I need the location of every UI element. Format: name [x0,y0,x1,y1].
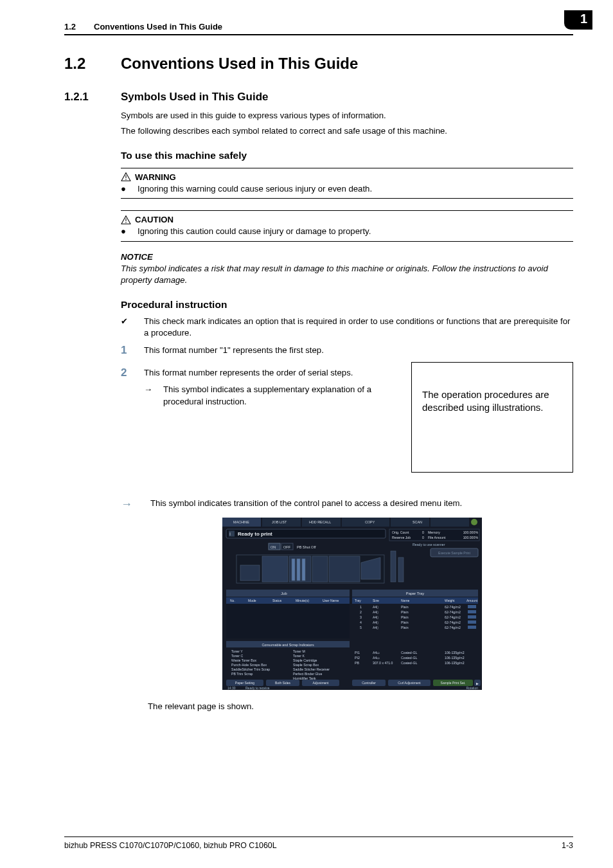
svg-text:COPY: COPY [365,520,375,524]
svg-text:No.: No. [230,599,235,602]
step-2-row: 2 This format number represents the orde… [121,367,397,379]
svg-text:A4▯: A4▯ [373,620,378,624]
svg-text:Staple Cartridge: Staple Cartridge [293,658,317,662]
procedural-heading: Procedural instruction [121,299,573,311]
svg-rect-43 [240,565,260,581]
svg-text:PB Shut Off: PB Shut Off [297,545,316,548]
svg-rect-49 [226,590,350,597]
svg-point-3 [125,222,127,223]
step-number-2: 2 [121,367,131,379]
svg-text:SaddleStitcher Trim Scrap: SaddleStitcher Trim Scrap [231,667,270,671]
footer-page-number: 1-3 [562,841,573,850]
svg-text:Toner Y: Toner Y [231,649,243,653]
svg-rect-41 [312,556,328,582]
svg-text:62-74g/m2: 62-74g/m2 [445,610,461,614]
svg-text:PI2: PI2 [355,656,360,660]
svg-text:Plain: Plain [401,620,409,624]
svg-text:Plain: Plain [401,605,409,609]
svg-text:14:30: 14:30 [227,686,236,690]
svg-text:HDD RECALL: HDD RECALL [309,520,331,524]
svg-text:JOB LIST: JOB LIST [272,520,287,524]
svg-text:106-135g/m2: 106-135g/m2 [445,656,465,660]
page-footer: bizhub PRESS C1070/C1070P/C1060, bizhub … [64,836,573,850]
warning-label: WARNING [121,172,573,182]
relevant-page-text: The relevant page is shown. [148,701,573,711]
header-number: 1.2 [64,22,94,32]
svg-rect-60 [352,597,478,604]
safely-heading: To use this machine safely [121,150,573,161]
svg-rect-47 [297,559,300,581]
svg-text:Adjustment: Adjustment [312,681,329,685]
svg-text:Status: Status [272,599,282,602]
divider [121,198,573,199]
caution-text: Ignoring this caution could cause injury… [138,226,371,237]
svg-text:Ready to receive: Ready to receive [245,686,270,690]
svg-text:Name: Name [401,599,410,602]
svg-rect-85 [468,620,476,624]
svg-text:Toner M: Toner M [293,649,305,653]
svg-text:Saddle Stitcher Receiver: Saddle Stitcher Receiver [293,667,330,671]
warning-triangle-icon [121,172,131,181]
svg-text:62-74g/m2: 62-74g/m2 [445,605,461,609]
svg-text:Toner K: Toner K [293,654,305,658]
svg-text:Reserve Job: Reserve Job [392,536,411,539]
svg-text:A4▯: A4▯ [373,626,378,629]
svg-text:Sample Print Set.: Sample Print Set. [441,681,466,685]
svg-text:100.000%: 100.000% [463,536,479,539]
svg-rect-46 [292,559,295,581]
svg-text:Plain: Plain [401,610,409,614]
svg-text:PI1: PI1 [355,651,360,655]
svg-rect-39 [262,556,288,582]
svg-text:Coated-GL: Coated-GL [401,656,417,660]
warning-bullet: ● Ignoring this warning could cause seri… [121,183,573,195]
chapter-tab: 1 [564,10,592,30]
svg-text:Execute Sample Print: Execute Sample Print [438,551,470,555]
svg-text:106-135g/m2: 106-135g/m2 [445,661,465,665]
svg-text:Plain: Plain [401,626,409,629]
svg-text:2: 2 [360,610,362,614]
divider [121,210,573,211]
section-title: Conventions Used in This Guide [121,55,358,73]
svg-rect-59 [226,604,350,638]
svg-text:Tray: Tray [355,599,361,602]
svg-text:Paper Tray: Paper Tray [406,592,424,595]
svg-text:106-135g/m2: 106-135g/m2 [445,651,465,655]
svg-text:Waste Toner Box: Waste Toner Box [231,658,257,662]
checkmark-icon: ✔ [121,316,131,339]
substep-arrow-icon: → [144,384,154,408]
subsection-heading: 1.2.1 Symbols Used in This Guide [64,91,573,104]
caution-bullet: ● Ignoring this caution could cause inju… [121,226,573,237]
step-2-text: This format number represents the order … [144,367,353,379]
svg-text:A4▯: A4▯ [373,615,378,619]
svg-text:100.000%: 100.000% [463,530,479,534]
subsection-title: Symbols Used in This Guide [121,91,269,104]
svg-text:Consumable and Scrap Indicator: Consumable and Scrap Indicators [262,642,314,646]
svg-text:Punch-Hole Scraps Box: Punch-Hole Scraps Box [231,663,267,667]
svg-text:PB: PB [355,661,359,665]
svg-text:Amount: Amount [466,599,478,602]
svg-text:Mode: Mode [248,599,256,602]
notice-label: NOTICE [121,252,573,262]
intro-line-1: Symbols are used in this guide to expres… [121,110,573,122]
svg-rect-75 [468,610,476,613]
svg-text:▶: ▶ [476,681,479,685]
warning-text: Ignoring this warning could cause seriou… [138,183,372,195]
divider [121,168,573,168]
svg-text:Minute(s): Minute(s) [296,599,309,602]
illustration-box-text: The operation procedures are described u… [422,389,549,413]
svg-rect-45 [398,557,404,582]
svg-text:62-74g/m2: 62-74g/m2 [445,626,461,629]
svg-text:62-74g/m2: 62-74g/m2 [445,615,461,619]
svg-text:A4▯: A4▯ [373,610,378,614]
header-title: Conventions Used in This Guide [94,22,222,32]
svg-text:MACHINE: MACHINE [233,520,249,524]
running-header: 1.2 Conventions Used in This Guide [64,22,573,32]
svg-text:Curl Adjustment: Curl Adjustment [398,681,421,685]
svg-text:307.0 x 471.0: 307.0 x 471.0 [373,661,393,665]
svg-text:Toner C: Toner C [231,654,243,658]
svg-text:Coated-GL: Coated-GL [401,651,417,655]
svg-text:PB Trim Scrap: PB Trim Scrap [231,672,253,676]
svg-text:5: 5 [360,626,362,629]
divider [121,241,573,242]
svg-rect-44 [391,551,396,582]
